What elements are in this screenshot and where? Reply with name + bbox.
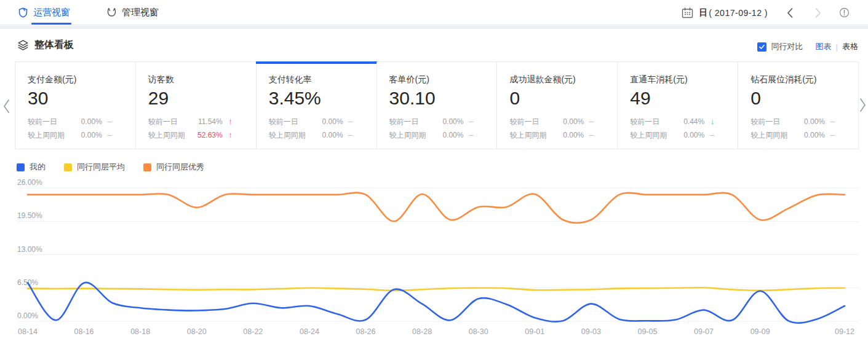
- trend-label: 较前一日: [509, 115, 539, 128]
- metric-card-express-train-cost[interactable]: 直通车消耗(元)49较前一日0.44%↓较上周同期0.00%–: [617, 62, 738, 149]
- flat-dash-icon: –: [102, 128, 112, 142]
- peer-compare-label[interactable]: 同行对比: [771, 41, 803, 52]
- metric-card-pay-conversion-rate[interactable]: 支付转化率3.45%较前一日0.00%–较上周同期0.00%–: [256, 62, 376, 149]
- board-controls: 同行对比 图表 | 表格: [757, 41, 858, 52]
- metric-title: 客单价(元): [389, 74, 485, 85]
- metric-title: 访客数: [148, 74, 244, 85]
- cards-scroll-right-chevron-icon[interactable]: [859, 97, 867, 115]
- trend-label: 较前一日: [148, 115, 178, 128]
- metric-value: 0: [751, 87, 846, 109]
- next-date-chevron-icon[interactable]: [814, 7, 822, 18]
- x-axis-tick-label: 09-07: [694, 327, 714, 336]
- trend-label: 较上周同期: [630, 128, 667, 142]
- y-axis-tick-label: 0.00%: [17, 311, 38, 320]
- trend-label: 较上周同期: [751, 128, 787, 142]
- topbar-divider: [0, 26, 868, 29]
- trend-label: 较上周同期: [269, 128, 306, 142]
- legend-item-2[interactable]: 同行同层优秀: [143, 162, 204, 173]
- tab-operation-view[interactable]: 运营视窗: [17, 0, 71, 25]
- trend-value: 0.00%: [683, 128, 704, 142]
- trend-value: 0.00%: [81, 128, 102, 142]
- trend-value: 0.00%: [81, 115, 102, 128]
- trend-value: 0.00%: [322, 128, 343, 142]
- peer-compare-checkbox[interactable]: [757, 42, 766, 52]
- metric-card-diamond-booth-cost[interactable]: 钻石展位消耗(元)0较前一日0.00%–较上周同期0.00%–: [738, 62, 858, 149]
- trend-value: 0.00%: [804, 128, 825, 142]
- board-header: 整体看板: [17, 39, 74, 52]
- legend-swatch: [64, 163, 72, 171]
- x-axis-tick-label: 08-14: [18, 327, 38, 336]
- chart-legend: 我的同行同层平均同行同层优秀: [17, 162, 204, 173]
- trend-label: 较前一日: [269, 115, 298, 128]
- view-mode-table[interactable]: 表格: [842, 41, 858, 52]
- x-axis-tick-label: 08-28: [412, 327, 432, 336]
- x-axis-tick-label: 08-24: [300, 327, 319, 336]
- trend-label: 较前一日: [389, 115, 419, 128]
- trend-value: 0.00%: [563, 128, 584, 142]
- trend-value: 0.00%: [804, 115, 825, 128]
- x-axis-tick-label: 08-30: [469, 327, 488, 336]
- legend-label: 我的: [30, 162, 46, 173]
- trend-value: 0.00%: [322, 115, 343, 128]
- trend-value: 0.00%: [442, 115, 463, 128]
- layers-icon: [17, 39, 29, 51]
- flat-dash-icon: –: [463, 115, 473, 128]
- metric-card-refund-amount[interactable]: 成功退款金额(元)0较前一日0.00%–较上周同期0.00%–: [496, 62, 617, 149]
- y-axis-tick-label: 19.50%: [17, 211, 42, 220]
- trend-label: 较上周同期: [389, 128, 426, 142]
- prev-date-chevron-icon[interactable]: [786, 7, 794, 18]
- trend-row: 较前一日0.00%–: [509, 115, 605, 128]
- trend-row: 较上周同期0.00%–: [389, 128, 485, 142]
- flat-dash-icon: –: [463, 128, 473, 142]
- info-icon[interactable]: [839, 7, 850, 18]
- calendar-icon[interactable]: [682, 7, 693, 18]
- view-mode-chart[interactable]: 图表: [816, 41, 832, 52]
- date-granularity[interactable]: 日: [699, 7, 707, 18]
- x-axis-tick-label: 09-12: [835, 327, 854, 336]
- topbar-right: 日 ( 2017-09-12 ): [682, 0, 850, 25]
- trend-row: 较上周同期0.00%–: [751, 128, 846, 142]
- trend-row: 较前一日0.00%–: [269, 115, 364, 128]
- trend-value: 0.00%: [563, 115, 584, 128]
- metric-value: 0: [509, 87, 605, 109]
- metric-card-visitor-count[interactable]: 访客数29较前一日11.54%↑较上周同期52.63%↑: [135, 62, 256, 149]
- trend-value: 0.44%: [683, 115, 704, 128]
- metric-card-pay-amount[interactable]: 支付金额(元)30较前一日0.00%–较上周同期0.00%–: [15, 62, 135, 149]
- flat-dash-icon: –: [704, 128, 714, 142]
- view-mode-divider: |: [836, 42, 838, 52]
- flat-dash-icon: –: [584, 128, 594, 142]
- metric-value: 30: [28, 87, 123, 109]
- trend-chart[interactable]: 0.00%6.50%13.00%19.50%26.00%08-1408-1608…: [0, 178, 868, 344]
- metric-value: 30.10: [389, 87, 485, 109]
- trend-row: 较上周同期0.00%–: [630, 128, 725, 142]
- y-axis-tick-label: 26.00%: [17, 178, 42, 187]
- trend-value: 11.54%: [198, 115, 223, 128]
- flat-dash-icon: –: [825, 128, 835, 142]
- trend-label: 较上周同期: [509, 128, 546, 142]
- x-axis-tick-label: 08-18: [130, 327, 150, 336]
- metric-cards: 支付金额(元)30较前一日0.00%–较上周同期0.00%–访客数29较前一日1…: [15, 61, 859, 149]
- x-axis-tick-label: 08-16: [74, 327, 94, 336]
- legend-swatch: [17, 163, 25, 171]
- x-axis-tick-label: 09-05: [637, 327, 657, 336]
- trend-value: 0.00%: [442, 128, 463, 142]
- trend-row: 较上周同期0.00%–: [509, 128, 605, 142]
- trend-row: 较前一日0.00%–: [389, 115, 485, 128]
- x-axis-tick-label: 09-09: [751, 327, 770, 336]
- metric-value: 3.45%: [269, 87, 364, 109]
- legend-item-0[interactable]: 我的: [17, 162, 46, 173]
- topbar: 运营视窗 管理视窗 日 ( 2017-09-12 ): [0, 0, 868, 25]
- metric-card-avg-order-value[interactable]: 客单价(元)30.10较前一日0.00%–较上周同期0.00%–: [376, 62, 497, 149]
- flat-dash-icon: –: [584, 115, 594, 128]
- metric-title: 直通车消耗(元): [630, 74, 725, 85]
- legend-label: 同行同层优秀: [156, 162, 204, 173]
- cards-scroll-left-chevron-icon[interactable]: [2, 98, 10, 117]
- x-axis-tick-label: 08-26: [356, 327, 376, 336]
- tab-management-view[interactable]: 管理视窗: [105, 0, 160, 25]
- legend-item-1[interactable]: 同行同层平均: [64, 162, 125, 173]
- date-range[interactable]: ( 2017-09-12 ): [709, 8, 768, 18]
- metric-value: 29: [148, 87, 244, 109]
- tab-label: 管理视窗: [122, 7, 159, 18]
- trend-label: 较前一日: [751, 115, 780, 128]
- trend-label: 较前一日: [28, 115, 57, 128]
